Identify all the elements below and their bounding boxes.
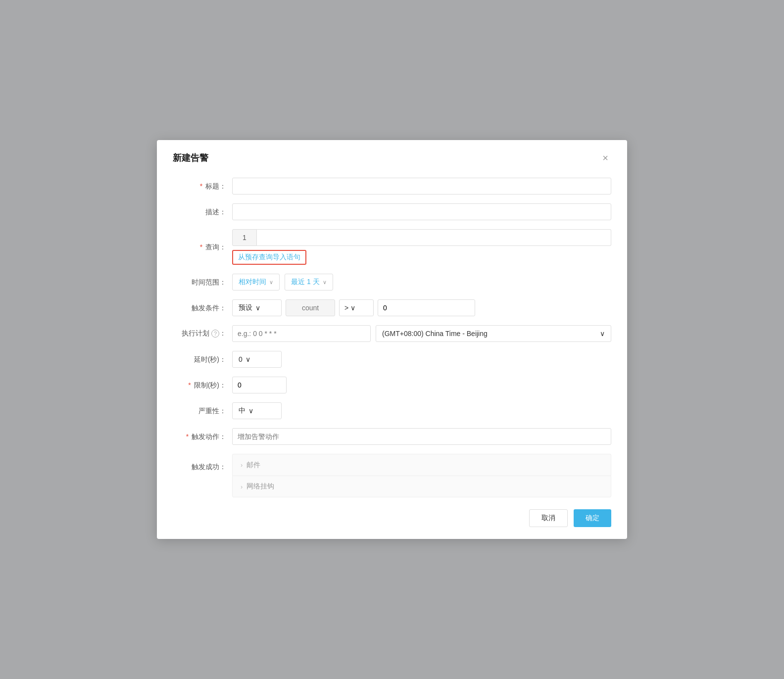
trigger-controls: 预设 ∨ > ∨ — [232, 299, 611, 316]
exec-plan-inputs: (GMT+08:00) China Time - Beijing ∨ — [232, 325, 611, 342]
severity-select[interactable]: 中 ∨ — [232, 402, 282, 419]
desc-input[interactable] — [232, 203, 611, 220]
exec-plan-row: 执行计划 ? ： (GMT+08:00) China Time - Beijin… — [173, 325, 611, 342]
import-query-button[interactable]: 从预存查询导入语句 — [232, 250, 306, 265]
preset-chevron-icon: ∨ — [255, 304, 260, 312]
trigger-row: 触发条件： 预设 ∨ > ∨ — [173, 299, 611, 316]
email-item[interactable]: › 邮件 — [232, 454, 611, 476]
operator-dropdown[interactable]: > ∨ — [339, 299, 374, 316]
desc-row: 描述： — [173, 203, 611, 220]
exec-help-icon[interactable]: ? — [211, 330, 219, 338]
delay-chevron-icon: ∨ — [245, 355, 250, 363]
query-row: * 查询： 1 从预存查询导入语句 — [173, 229, 611, 265]
trigger-label: 触发条件： — [173, 300, 232, 316]
query-required-star: * — [200, 243, 202, 251]
trigger-success-row: 触发成功： › 邮件 › 网络挂钩 — [173, 454, 611, 497]
time-value-dropdown[interactable]: 最近 1 天 ∨ — [285, 274, 333, 291]
query-label: * 查询： — [173, 239, 232, 255]
title-input[interactable] — [232, 178, 611, 194]
time-range-controls: 相对时间 ∨ 最近 1 天 ∨ — [232, 274, 611, 291]
time-range-label: 时间范围： — [173, 274, 232, 290]
severity-row: 严重性： 中 ∨ — [173, 402, 611, 419]
delay-select[interactable]: 0 ∨ — [232, 351, 282, 368]
threshold-input[interactable] — [378, 299, 475, 316]
trigger-action-required-star: * — [186, 433, 189, 440]
confirm-button[interactable]: 确定 — [574, 509, 611, 527]
close-button[interactable]: × — [599, 152, 611, 164]
modal-footer: 取消 确定 — [173, 509, 611, 527]
count-input[interactable] — [286, 299, 335, 316]
trigger-action-row: * 触发动作： — [173, 428, 611, 445]
time-value-chevron-icon: ∨ — [323, 279, 327, 286]
time-type-dropdown[interactable]: 相对时间 ∨ — [232, 274, 280, 291]
email-arrow-icon: › — [241, 461, 243, 469]
operator-chevron-icon: ∨ — [350, 304, 355, 312]
trigger-action-input[interactable] — [232, 428, 611, 445]
query-number: 1 — [232, 229, 257, 246]
preset-dropdown[interactable]: 预设 ∨ — [232, 299, 282, 316]
webhook-item[interactable]: › 网络挂钩 — [232, 476, 611, 497]
webhook-arrow-icon: › — [241, 483, 243, 490]
modal-title: 新建告警 — [173, 152, 208, 164]
time-type-chevron-icon: ∨ — [269, 279, 273, 286]
trigger-success-label: 触发成功： — [173, 454, 232, 475]
title-required-star: * — [200, 182, 202, 190]
title-row: * 标题： — [173, 178, 611, 194]
trigger-success-section: › 邮件 › 网络挂钩 — [232, 454, 611, 497]
limit-required-star: * — [188, 381, 191, 389]
modal-dialog: 新建告警 × * 标题： 描述： * 查询： 1 — [157, 140, 627, 539]
timezone-chevron-icon: ∨ — [600, 330, 605, 338]
limit-label: * 限制(秒)： — [173, 377, 232, 393]
severity-label: 严重性： — [173, 403, 232, 419]
cancel-button[interactable]: 取消 — [529, 509, 568, 527]
modal-header: 新建告警 × — [173, 152, 611, 164]
limit-row: * 限制(秒)： — [173, 377, 611, 393]
time-range-row: 时间范围： 相对时间 ∨ 最近 1 天 ∨ — [173, 274, 611, 291]
exec-plan-label: 执行计划 ? ： — [173, 329, 232, 338]
cron-input[interactable] — [232, 325, 371, 342]
title-label: * 标题： — [173, 178, 232, 194]
delay-row: 延时(秒)： 0 ∨ — [173, 351, 611, 368]
limit-input[interactable] — [232, 377, 287, 393]
timezone-dropdown[interactable]: (GMT+08:00) China Time - Beijing ∨ — [376, 325, 611, 342]
desc-label: 描述： — [173, 204, 232, 220]
delay-label: 延时(秒)： — [173, 351, 232, 367]
query-input-row: 1 — [232, 229, 611, 246]
query-text-input[interactable] — [257, 229, 611, 246]
severity-chevron-icon: ∨ — [248, 407, 253, 415]
query-area: 1 从预存查询导入语句 — [232, 229, 611, 265]
modal-overlay: 新建告警 × * 标题： 描述： * 查询： 1 — [0, 0, 784, 679]
trigger-action-label: * 触发动作： — [173, 429, 232, 444]
